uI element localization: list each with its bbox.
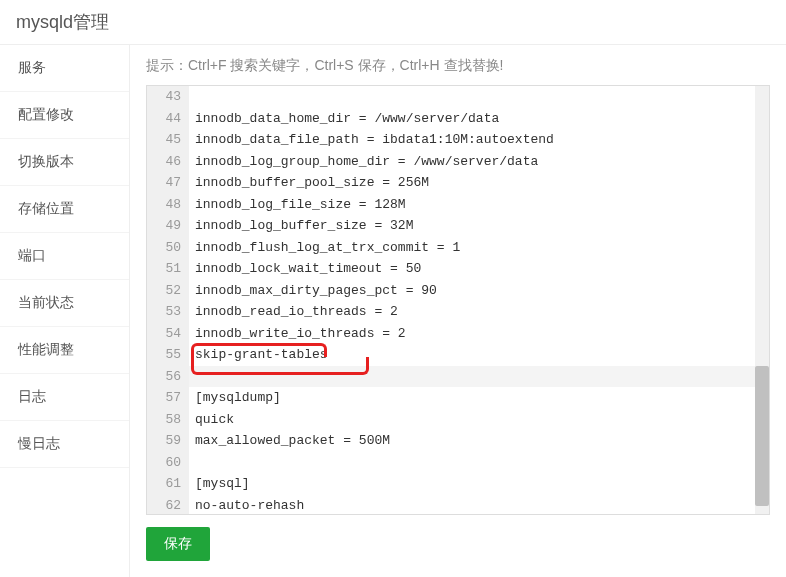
- code-text[interactable]: innodb_log_file_size = 128M: [189, 194, 769, 216]
- sidebar-item-log[interactable]: 日志: [0, 374, 129, 421]
- sidebar-item-version[interactable]: 切换版本: [0, 139, 129, 186]
- code-text[interactable]: innodb_buffer_pool_size = 256M: [189, 172, 769, 194]
- line-number: 61: [147, 473, 189, 495]
- line-number: 55: [147, 344, 189, 366]
- scrollbar-thumb[interactable]: [755, 366, 769, 506]
- code-text[interactable]: innodb_log_group_home_dir = /www/server/…: [189, 151, 769, 173]
- code-text[interactable]: max_allowed_packet = 500M: [189, 430, 769, 452]
- code-text[interactable]: innodb_read_io_threads = 2: [189, 301, 769, 323]
- line-number: 60: [147, 452, 189, 474]
- line-number: 52: [147, 280, 189, 302]
- line-number: 57: [147, 387, 189, 409]
- code-line[interactable]: 49innodb_log_buffer_size = 32M: [147, 215, 769, 237]
- sidebar-item-performance[interactable]: 性能调整: [0, 327, 129, 374]
- code-line[interactable]: 50innodb_flush_log_at_trx_commit = 1: [147, 237, 769, 259]
- code-line[interactable]: 55skip-grant-tables: [147, 344, 769, 366]
- code-line[interactable]: 43: [147, 86, 769, 108]
- code-line[interactable]: 48innodb_log_file_size = 128M: [147, 194, 769, 216]
- code-text[interactable]: [189, 86, 769, 108]
- code-text[interactable]: no-auto-rehash: [189, 495, 769, 516]
- code-text[interactable]: innodb_lock_wait_timeout = 50: [189, 258, 769, 280]
- code-line[interactable]: 52innodb_max_dirty_pages_pct = 90: [147, 280, 769, 302]
- code-line[interactable]: 60: [147, 452, 769, 474]
- code-line[interactable]: 61[mysql]: [147, 473, 769, 495]
- main-panel: 提示：Ctrl+F 搜索关键字，Ctrl+S 保存，Ctrl+H 查找替换! 4…: [130, 45, 786, 577]
- code-line[interactable]: 54innodb_write_io_threads = 2: [147, 323, 769, 345]
- code-line[interactable]: 62no-auto-rehash: [147, 495, 769, 516]
- sidebar-item-config[interactable]: 配置修改: [0, 92, 129, 139]
- line-number: 54: [147, 323, 189, 345]
- line-number: 49: [147, 215, 189, 237]
- code-line[interactable]: 44innodb_data_home_dir = /www/server/dat…: [147, 108, 769, 130]
- sidebar-item-status[interactable]: 当前状态: [0, 280, 129, 327]
- code-text[interactable]: innodb_max_dirty_pages_pct = 90: [189, 280, 769, 302]
- sidebar-item-storage[interactable]: 存储位置: [0, 186, 129, 233]
- code-line[interactable]: 46innodb_log_group_home_dir = /www/serve…: [147, 151, 769, 173]
- code-line[interactable]: 57[mysqldump]: [147, 387, 769, 409]
- line-number: 59: [147, 430, 189, 452]
- code-text[interactable]: skip-grant-tables: [189, 344, 769, 366]
- code-line[interactable]: 59max_allowed_packet = 500M: [147, 430, 769, 452]
- code-text[interactable]: innodb_write_io_threads = 2: [189, 323, 769, 345]
- code-text[interactable]: innodb_data_file_path = ibdata1:10M:auto…: [189, 129, 769, 151]
- code-line[interactable]: 45innodb_data_file_path = ibdata1:10M:au…: [147, 129, 769, 151]
- sidebar-item-service[interactable]: 服务: [0, 45, 129, 92]
- code-text[interactable]: [189, 366, 769, 388]
- line-number: 48: [147, 194, 189, 216]
- line-number: 53: [147, 301, 189, 323]
- line-number: 47: [147, 172, 189, 194]
- code-text[interactable]: innodb_data_home_dir = /www/server/data: [189, 108, 769, 130]
- scrollbar-track[interactable]: [755, 86, 769, 514]
- sidebar-item-slowlog[interactable]: 慢日志: [0, 421, 129, 468]
- line-number: 46: [147, 151, 189, 173]
- code-line[interactable]: 58quick: [147, 409, 769, 431]
- main-container: 服务 配置修改 切换版本 存储位置 端口 当前状态 性能调整 日志 慢日志 提示…: [0, 45, 786, 577]
- code-line[interactable]: 47innodb_buffer_pool_size = 256M: [147, 172, 769, 194]
- page-title: mysqld管理: [0, 0, 786, 45]
- code-text[interactable]: [189, 452, 769, 474]
- code-text[interactable]: [mysql]: [189, 473, 769, 495]
- code-editor[interactable]: 4344innodb_data_home_dir = /www/server/d…: [146, 85, 770, 515]
- line-number: 50: [147, 237, 189, 259]
- sidebar-item-port[interactable]: 端口: [0, 233, 129, 280]
- code-line[interactable]: 51innodb_lock_wait_timeout = 50: [147, 258, 769, 280]
- line-number: 56: [147, 366, 189, 388]
- line-number: 45: [147, 129, 189, 151]
- code-line[interactable]: 56: [147, 366, 769, 388]
- sidebar: 服务 配置修改 切换版本 存储位置 端口 当前状态 性能调整 日志 慢日志: [0, 45, 130, 577]
- code-text[interactable]: innodb_flush_log_at_trx_commit = 1: [189, 237, 769, 259]
- code-text[interactable]: innodb_log_buffer_size = 32M: [189, 215, 769, 237]
- line-number: 62: [147, 495, 189, 516]
- code-line[interactable]: 53innodb_read_io_threads = 2: [147, 301, 769, 323]
- line-number: 58: [147, 409, 189, 431]
- code-text[interactable]: quick: [189, 409, 769, 431]
- save-button[interactable]: 保存: [146, 527, 210, 561]
- hint-text: 提示：Ctrl+F 搜索关键字，Ctrl+S 保存，Ctrl+H 查找替换!: [146, 57, 770, 75]
- code-text[interactable]: [mysqldump]: [189, 387, 769, 409]
- line-number: 44: [147, 108, 189, 130]
- line-number: 51: [147, 258, 189, 280]
- line-number: 43: [147, 86, 189, 108]
